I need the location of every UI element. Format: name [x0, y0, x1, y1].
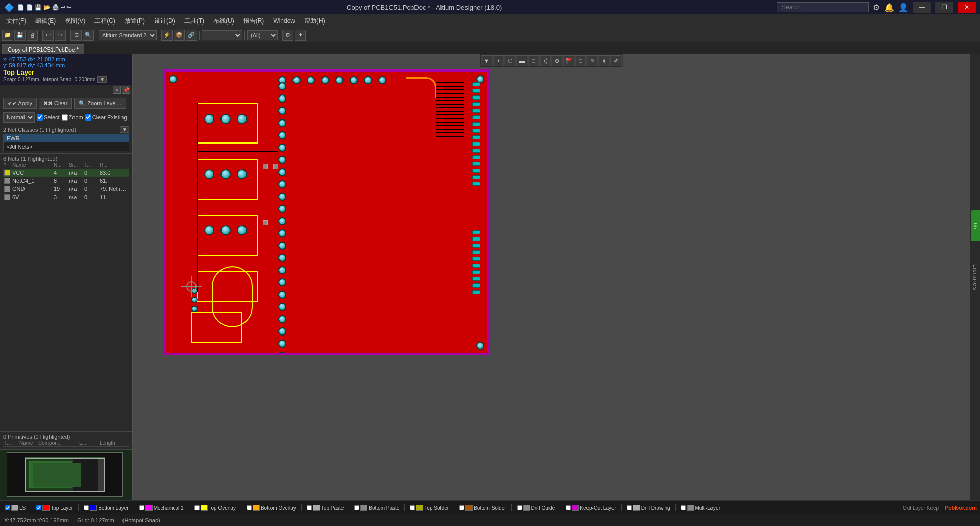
tb-net[interactable]: 🔗: [186, 30, 197, 41]
mode-select[interactable]: Normal Mask Dim: [3, 112, 35, 123]
panel-pin-btn[interactable]: 📌: [122, 86, 130, 94]
net-row-netc4[interactable]: NetC4_1 8 n/a 0 61.: [3, 177, 129, 185]
bottom-paste-chip[interactable]: Bottom Paste: [352, 504, 401, 511]
drill-drawing-checkbox[interactable]: [627, 505, 632, 510]
select-checkbox[interactable]: [37, 114, 43, 121]
canvas-tb-add-btn[interactable]: +: [493, 55, 504, 66]
pcb-board[interactable]: [163, 69, 490, 355]
multi-layer-chip[interactable]: Multi-Layer: [679, 504, 722, 511]
keepout-checkbox[interactable]: [566, 505, 571, 510]
top-overlay-checkbox[interactable]: [194, 505, 200, 510]
top-paste-checkbox[interactable]: [307, 505, 312, 510]
ls-layer[interactable]: LS: [3, 504, 28, 511]
clear-existing-checkbox[interactable]: [85, 114, 91, 121]
bottom-paste-color: [360, 505, 368, 511]
tb-zoom-fit[interactable]: ⊡: [70, 30, 82, 41]
drill-drawing-chip[interactable]: Drill Drawing: [625, 504, 672, 511]
net-class-item-all[interactable]: <All Nets>: [4, 142, 129, 151]
tb-highlight[interactable]: ✦: [295, 30, 306, 41]
net-row-gnd[interactable]: GND 19 n/a 0 79. Net is Hid: [3, 185, 129, 194]
drill-guide-chip[interactable]: Drill Guide: [515, 504, 557, 511]
bottom-solder-chip[interactable]: Bottom Solder: [457, 504, 508, 511]
canvas-area[interactable]: ▼ + ⬡ ▬ □ ⟨⟩ ⊕ 🚩 □ ✎ ⟪ ✐: [133, 54, 970, 500]
apply-button[interactable]: ✔ ✔ Apply: [3, 98, 37, 109]
canvas-tb-poly-btn[interactable]: ⟨⟩: [540, 55, 551, 66]
canvas-tb-box-btn[interactable]: □: [575, 55, 586, 66]
canvas-tb-flag-btn[interactable]: 🚩: [564, 55, 575, 66]
menu-tools[interactable]: 工具(T): [180, 16, 208, 27]
canvas-tb-cross-btn[interactable]: ⊕: [552, 55, 563, 66]
bottom-overlay-chip[interactable]: Bottom Overlay: [244, 504, 298, 511]
menu-design[interactable]: 设计(D): [150, 16, 179, 27]
keepout-chip[interactable]: Keep-Out Layer: [564, 504, 618, 511]
top-layer-chip[interactable]: Top Layer: [34, 504, 75, 511]
multi-layer-checkbox[interactable]: [681, 505, 686, 510]
bottom-solder-checkbox[interactable]: [459, 505, 464, 510]
settings-icon[interactable]: ⚙: [873, 3, 880, 12]
tb-open[interactable]: 📁: [2, 30, 13, 41]
menu-edit[interactable]: 编辑(E): [31, 16, 60, 27]
menu-view[interactable]: 视图(V): [61, 16, 89, 27]
top-solder-checkbox[interactable]: [410, 505, 415, 510]
minimize-button[interactable]: —: [913, 2, 931, 13]
bottom-layer-chip[interactable]: Bottom Layer: [82, 504, 130, 511]
drill-guide-checkbox[interactable]: [517, 505, 522, 510]
tb-wire[interactable]: ⚡: [161, 30, 173, 41]
net-row-6v[interactable]: 6V 3 n/a 0 11.: [3, 194, 129, 202]
zoom-level-button[interactable]: 🔍 Zoom Level...: [74, 98, 126, 109]
canvas-tb-rect-btn[interactable]: □: [528, 55, 540, 66]
panel-collapse-btn[interactable]: ×: [113, 86, 121, 94]
tb-filter[interactable]: ⚙: [282, 30, 293, 41]
mechanical1-chip[interactable]: Mechanical 1: [137, 504, 186, 511]
menu-help[interactable]: 帮助(H): [300, 16, 329, 27]
tb-zoom-in[interactable]: 🔍: [83, 30, 94, 41]
zoom-checkbox[interactable]: [62, 114, 68, 121]
tb-save[interactable]: 💾: [14, 30, 26, 41]
account-icon[interactable]: 👤: [898, 3, 909, 12]
canvas-tb-line-btn[interactable]: ▬: [517, 55, 528, 66]
canvas-tb-text-btn[interactable]: ✎: [587, 55, 598, 66]
top-solder-chip[interactable]: Top Solder: [408, 504, 451, 511]
menu-place[interactable]: 放置(P): [120, 16, 149, 27]
menu-file[interactable]: 文件(F): [2, 16, 30, 27]
drill-guide-label: Drill Guide: [531, 505, 555, 511]
canvas-tb-arrow-btn[interactable]: ⟪: [599, 55, 610, 66]
menu-project[interactable]: 工程(C): [90, 16, 119, 27]
top-overlay-chip[interactable]: Top Overlay: [192, 504, 238, 511]
net-classes-dropdown[interactable]: ▼: [120, 126, 129, 133]
top-paste-chip[interactable]: Top Paste: [305, 504, 346, 511]
close-button[interactable]: ✕: [958, 2, 976, 13]
menu-report[interactable]: 报告(R): [239, 16, 268, 27]
search-input[interactable]: [777, 2, 869, 12]
clear-existing-checkbox-label[interactable]: Clear Existing: [85, 114, 127, 121]
menu-window[interactable]: Window: [269, 16, 299, 26]
select-checkbox-label[interactable]: Select: [37, 114, 60, 121]
maximize-button[interactable]: ❐: [935, 2, 953, 13]
scheme-select[interactable]: Altium Standard 2: [99, 30, 157, 40]
zoom-checkbox-label[interactable]: Zoom: [62, 114, 83, 121]
libraries-panel[interactable]: Libraries Lib: [970, 54, 980, 500]
bottom-overlay-checkbox[interactable]: [247, 505, 252, 510]
canvas-tb-filter-btn[interactable]: ▼: [481, 55, 493, 66]
tb-component[interactable]: 📦: [174, 30, 185, 41]
snap-dropdown[interactable]: ▼: [97, 76, 107, 83]
tb-undo[interactable]: ↩: [42, 30, 54, 41]
notification-icon[interactable]: 🔔: [884, 3, 894, 12]
mech1-checkbox[interactable]: [139, 505, 144, 510]
tb-print[interactable]: 🖨: [27, 30, 38, 41]
canvas-tb-edit-btn[interactable]: ✐: [610, 55, 622, 66]
bottom-layer-checkbox[interactable]: [84, 505, 89, 510]
ic3v2: [220, 225, 231, 235]
bottom-paste-checkbox[interactable]: [354, 505, 359, 510]
menu-route[interactable]: 布线(U): [209, 16, 238, 27]
layer-select-all[interactable]: (All): [247, 30, 278, 40]
tab-pcb[interactable]: Copy of PCB1C51.PcbDoc *: [2, 44, 84, 54]
tb-redo[interactable]: ↪: [55, 30, 66, 41]
net-class-item-pwr[interactable]: PWR: [4, 134, 129, 142]
clear-button[interactable]: ✖ ✖ Clear: [39, 98, 72, 109]
ls-checkbox[interactable]: [5, 505, 10, 510]
net-row-vcc[interactable]: VCC 4 n/a 0 83.0: [3, 169, 129, 177]
top-layer-checkbox[interactable]: [36, 505, 41, 510]
canvas-tb-shape-btn[interactable]: ⬡: [505, 55, 516, 66]
net-class-select[interactable]: [202, 30, 242, 40]
